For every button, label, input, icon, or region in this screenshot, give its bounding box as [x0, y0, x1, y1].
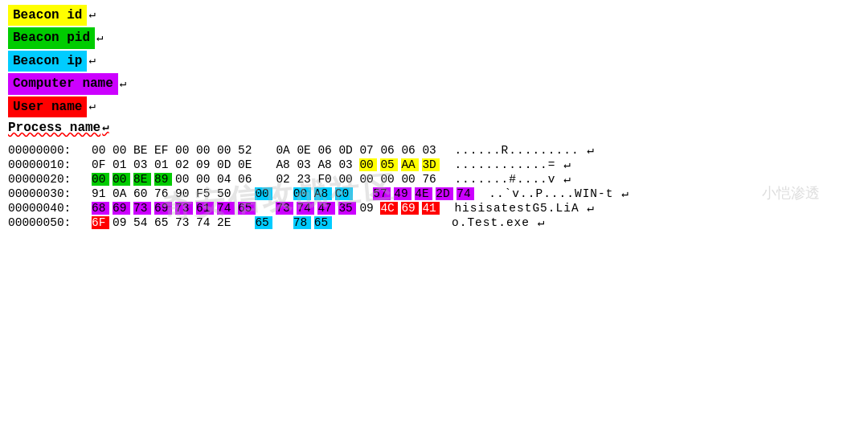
process-name-return: ↵ — [102, 120, 108, 136]
hex-byte: A8 — [317, 158, 335, 171]
hex-byte: 00 — [196, 173, 214, 186]
hex-byte: 69 — [401, 202, 419, 215]
hex-byte: 09 — [359, 202, 377, 215]
hex-byte: 00 — [175, 144, 193, 157]
hex-line: 00000000:0000BEEF00000052 0A0E060D070606… — [8, 143, 860, 157]
hex-byte: 69 — [154, 202, 172, 215]
hex-byte: 74 — [217, 202, 235, 215]
beacon-ip-return: ↵ — [88, 53, 95, 69]
hex-byte: 0A — [276, 144, 293, 157]
hex-byte: 52 — [238, 144, 256, 157]
hex-byte: 00 — [338, 173, 356, 186]
hex-byte: 03 — [422, 144, 440, 157]
hex-byte: 00 — [255, 187, 272, 200]
hex-byte: 02 — [175, 158, 193, 171]
hex-byte: 00 — [196, 144, 214, 157]
hex-byte: 2E — [217, 216, 235, 229]
hex-byte: 74 — [297, 202, 314, 215]
hex-byte: 00 — [293, 187, 311, 200]
hex-bytes: 0000BEEF00000052 0A0E060D07060603 — [92, 144, 440, 157]
hex-byte: 69 — [113, 202, 130, 215]
hex-byte: 0E — [297, 144, 314, 157]
hex-byte: 03 — [133, 158, 151, 171]
hex-line: 00000010:0F01030102090D0E A803A8030005AA… — [8, 158, 860, 171]
hex-byte: 78 — [293, 216, 311, 229]
beacon-ip-row: Beacon ip ↵ — [8, 51, 860, 72]
main-container: Beacon id ↵ Beacon pid ↵ Beacon ip ↵ Com… — [0, 0, 868, 235]
hex-byte: EF — [154, 144, 172, 157]
hex-addr: 00000050: — [8, 216, 88, 229]
hex-byte: 07 — [359, 144, 377, 157]
hex-byte: 06 — [317, 144, 335, 157]
hex-bytes: 6F09546573742E 65 7865 — [92, 216, 437, 229]
hex-byte: 00 — [113, 144, 130, 157]
process-name-label: Process name — [8, 119, 100, 137]
hex-ascii: ............= ↵ — [454, 158, 571, 171]
hex-byte: BE — [133, 144, 151, 157]
hex-byte: 23 — [297, 173, 314, 186]
hex-byte: 65 — [238, 202, 256, 215]
hex-byte: 01 — [154, 158, 172, 171]
hex-byte: A8 — [276, 158, 293, 171]
user-name-row: User name ↵ — [8, 96, 860, 117]
beacon-id-return: ↵ — [88, 7, 95, 23]
hex-byte: 00 — [380, 173, 398, 186]
hex-byte: 65 — [314, 216, 332, 229]
hex-byte: 65 — [154, 216, 172, 229]
hex-byte: F5 — [196, 187, 214, 200]
hex-byte: 01 — [113, 158, 130, 171]
hex-ascii: .......#....v ↵ — [454, 172, 571, 186]
hex-byte: 05 — [380, 158, 398, 171]
hex-byte: 06 — [380, 144, 398, 157]
hex-byte: 0A — [113, 187, 130, 200]
hex-byte: 76 — [422, 173, 440, 186]
hex-byte: 54 — [133, 216, 151, 229]
process-name-row: Process name ↵ — [8, 119, 860, 137]
hex-line: 00000050:6F09546573742E 65 7865o.Test.ex… — [8, 215, 860, 229]
hex-line: 00000030:910A607690F550 00 00A8C0 57494E… — [8, 187, 860, 200]
hex-byte: 73 — [175, 216, 193, 229]
hex-byte: 2D — [436, 187, 453, 200]
hex-addr: 00000040: — [8, 202, 88, 215]
hex-byte: 4E — [415, 187, 432, 200]
hex-byte: 00 — [113, 173, 130, 186]
hex-byte: 03 — [338, 158, 356, 171]
computer-name-label: Computer name — [8, 73, 118, 94]
hex-addr: 00000020: — [8, 173, 88, 186]
hex-byte: 60 — [133, 187, 151, 200]
hex-byte: 73 — [276, 202, 293, 215]
hex-byte: 57 — [373, 187, 391, 200]
hex-byte: 0D — [217, 158, 235, 171]
hex-byte: F0 — [317, 173, 335, 186]
hex-byte: 00 — [217, 144, 235, 157]
user-name-label: User name — [8, 96, 87, 117]
hex-byte: 6F — [92, 216, 109, 229]
hex-byte: 47 — [317, 202, 335, 215]
hex-byte: 50 — [217, 187, 235, 200]
beacon-pid-return: ↵ — [96, 31, 103, 47]
hex-byte: 68 — [92, 202, 109, 215]
hex-addr: 00000030: — [8, 187, 88, 200]
hex-bytes: 00008E8900000406 0223F00000000076 — [92, 173, 440, 186]
hex-byte: 00 — [359, 173, 377, 186]
hex-ascii: ..`v..P....WIN-t ↵ — [489, 187, 629, 200]
hex-byte: 0D — [338, 144, 356, 157]
beacon-pid-row: Beacon pid ↵ — [8, 27, 860, 48]
hex-byte: 00 — [92, 144, 109, 157]
hex-byte: 00 — [92, 173, 109, 186]
beacon-pid-label: Beacon pid — [8, 27, 95, 48]
hex-byte: 3D — [422, 158, 440, 171]
hex-byte: 49 — [394, 187, 411, 200]
hex-byte: 04 — [217, 173, 235, 186]
hex-byte: 91 — [92, 187, 109, 200]
hex-byte: AA — [401, 158, 419, 171]
hex-byte: 90 — [175, 187, 193, 200]
hex-byte: A8 — [314, 187, 332, 200]
hex-byte: 06 — [238, 173, 256, 186]
hex-byte: 00 — [401, 173, 419, 186]
hex-byte: 41 — [422, 202, 440, 215]
hex-bytes: 0F01030102090D0E A803A8030005AA3D — [92, 158, 440, 171]
hex-byte: 00 — [359, 158, 377, 171]
hex-byte: 74 — [196, 216, 214, 229]
beacon-id-row: Beacon id ↵ — [8, 5, 860, 26]
